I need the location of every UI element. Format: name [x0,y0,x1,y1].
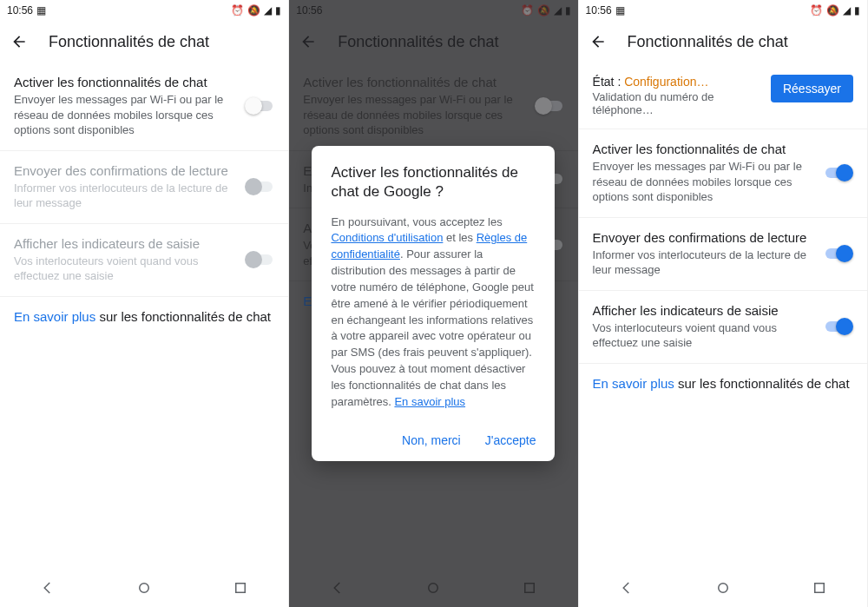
battery-icon: ▮ [275,4,281,16]
setting-read-confirm[interactable]: Envoyer des confirmations de lecture Inf… [579,218,867,291]
setting-subtitle: Informer vos interlocuteurs de la lectur… [14,181,236,211]
setting-title: Envoyer des confirmations de lecture [593,230,815,245]
app-bar: Fonctionnalités de chat [0,21,288,63]
dialog-learn-more-link[interactable]: En savoir plus [394,395,465,408]
signal-icon: ◢ [843,4,851,16]
enable-chat-dialog: Activer les fonctionnalités de chat de G… [312,146,555,460]
page-title: Fonctionnalités de chat [628,33,788,51]
setting-enable-chat[interactable]: Activer les fonctionnalités de chat Envo… [0,63,288,151]
toggle-read-confirm [245,178,274,195]
phone-screen-2: 10:56 ⏰ 🔕 ◢ ▮ Fonctionnalités de chat Ac… [289,0,578,607]
status-subtitle: Validation du numéro de téléphone… [593,90,762,116]
status-label: État : [593,75,625,89]
setting-typing-indicator: Afficher les indicateurs de saisie Vos i… [0,224,288,297]
setting-title: Activer les fonctionnalités de chat [14,75,236,89]
decline-button[interactable]: Non, merci [402,433,461,447]
dnd-icon: 🔕 [247,4,260,16]
setting-read-confirm: Envoyer des confirmations de lecture Inf… [0,151,288,224]
alarm-icon: ⏰ [231,4,244,16]
learn-more-suffix: sur les fonctionnalités de chat [674,376,850,391]
dialog-title: Activer les fonctionnalités de chat de G… [331,163,536,201]
nav-home-icon[interactable] [136,580,152,599]
learn-more-link[interactable]: En savoir plus [14,309,95,324]
setting-typing-indicator[interactable]: Afficher les indicateurs de saisie Vos i… [579,291,867,364]
nav-bar [579,572,867,607]
setting-subtitle: Envoyer les messages par Wi-Fi ou par le… [14,92,236,138]
nav-recent-icon[interactable] [233,580,248,599]
setting-subtitle: Vos interlocuteurs voient quand vous eff… [593,320,815,351]
svg-rect-1 [236,584,246,593]
tos-link[interactable]: Conditions d'utilisation [331,231,443,244]
nav-recent-icon[interactable] [812,580,827,599]
alarm-icon: ⏰ [810,4,823,16]
retry-button[interactable]: Réessayer [771,75,853,102]
setting-title: Activer les fonctionnalités de chat [593,142,815,156]
learn-more-row[interactable]: En savoir plus sur les fonctionnalités d… [579,364,867,403]
phone-screen-1: 10:56 ▦ ⏰ 🔕 ◢ ▮ Fonctionnalités de chat … [0,0,289,607]
status-bar: 10:56 ▦ ⏰ 🔕 ◢ ▮ [0,0,288,21]
status-row: État : Configuration… Validation du numé… [579,63,867,129]
setting-enable-chat[interactable]: Activer les fonctionnalités de chat Envo… [579,129,867,218]
image-indicator-icon: ▦ [615,4,625,16]
app-bar: Fonctionnalités de chat [579,21,867,63]
setting-title: Afficher les indicateurs de saisie [14,236,236,251]
nav-back-icon[interactable] [40,580,56,599]
toggle-enable-chat[interactable] [824,164,853,181]
dnd-icon: 🔕 [826,4,839,16]
image-indicator-icon: ▦ [36,4,46,16]
learn-more-row[interactable]: En savoir plus sur les fonctionnalités d… [0,297,288,336]
nav-bar [0,572,288,607]
toggle-typing-indicator[interactable] [824,318,853,335]
status-value: Configuration… [624,75,708,89]
svg-point-0 [140,584,149,593]
setting-subtitle: Envoyer les messages par Wi-Fi ou par le… [593,159,815,205]
dialog-body: En poursuivant, vous acceptez les Condit… [331,214,536,411]
page-title: Fonctionnalités de chat [49,33,209,51]
nav-home-icon[interactable] [715,580,731,599]
nav-back-icon[interactable] [619,580,635,599]
back-icon[interactable] [589,33,607,50]
status-bar: 10:56 ▦ ⏰ 🔕 ◢ ▮ [579,0,867,21]
battery-icon: ▮ [854,4,860,16]
signal-icon: ◢ [264,4,272,16]
setting-title: Afficher les indicateurs de saisie [593,303,815,318]
phone-screen-3: 10:56 ▦ ⏰ 🔕 ◢ ▮ Fonctionnalités de chat … [579,0,868,607]
back-icon[interactable] [10,33,28,50]
setting-subtitle: Vos interlocuteurs voient quand vous eff… [14,254,236,284]
accept-button[interactable]: J'accepte [485,433,536,447]
dialog-scrim[interactable]: Activer les fonctionnalités de chat de G… [289,0,577,607]
svg-point-4 [718,584,727,593]
setting-title: Envoyer des confirmations de lecture [14,163,236,178]
toggle-read-confirm[interactable] [824,245,853,262]
setting-subtitle: Informer vos interlocuteurs de la lectur… [593,247,815,278]
learn-more-suffix: sur les fonctionnalités de chat [95,309,271,324]
svg-rect-5 [814,584,824,593]
clock: 10:56 [7,4,33,16]
learn-more-link[interactable]: En savoir plus [593,376,674,391]
toggle-enable-chat[interactable] [245,97,274,115]
toggle-typing-indicator [245,251,274,268]
clock: 10:56 [586,4,612,16]
